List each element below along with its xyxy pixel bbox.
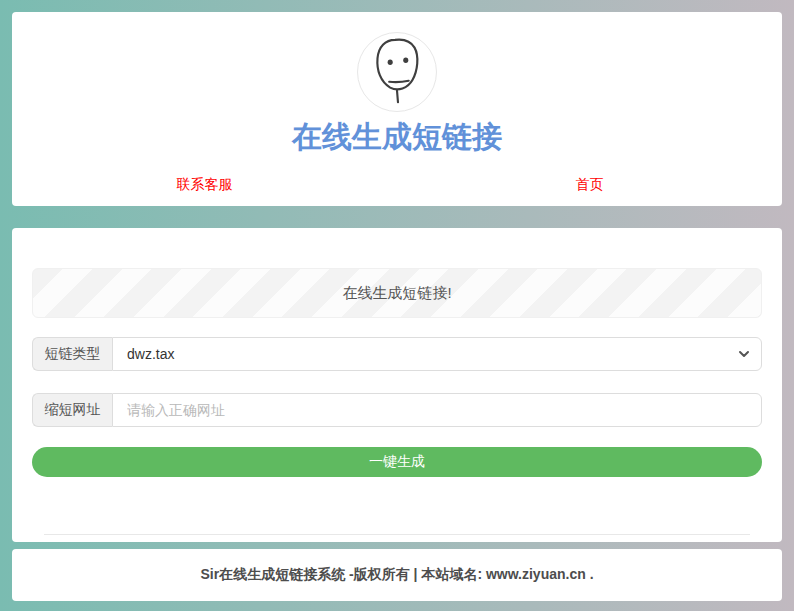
page-title: 在线生成短链接 xyxy=(12,120,782,154)
home-link[interactable]: 首页 xyxy=(576,176,604,192)
pokerface-doodle-icon xyxy=(358,33,436,111)
copyright-text: Sir在线生成短链接系统 -版权所有 | 本站域名: www.ziyuan.cn… xyxy=(200,566,593,584)
short-link-type-row: 短链类型 dwz.tax xyxy=(32,337,762,371)
contact-support-link[interactable]: 联系客服 xyxy=(177,176,233,192)
main-card: 在线生成短链接! 短链类型 dwz.tax 缩短网址 一键生成 xyxy=(12,228,782,542)
divider xyxy=(44,534,750,535)
url-field xyxy=(112,393,762,427)
generate-button[interactable]: 一键生成 xyxy=(32,447,762,477)
short-link-type-field: dwz.tax xyxy=(112,337,762,371)
short-link-type-label: 短链类型 xyxy=(32,337,112,371)
page: 在线生成短链接 联系客服 首页 在线生成短链接! 短链类型 dwz.tax xyxy=(0,0,794,611)
url-row: 缩短网址 xyxy=(32,393,762,427)
short-link-type-select[interactable]: dwz.tax xyxy=(113,338,761,370)
url-label: 缩短网址 xyxy=(32,393,112,427)
notice-banner: 在线生成短链接! xyxy=(32,268,762,318)
header-card: 在线生成短链接 联系客服 首页 xyxy=(12,12,782,206)
notice-banner-text: 在线生成短链接! xyxy=(342,284,451,303)
header-links: 联系客服 首页 xyxy=(12,175,782,194)
footer-card: Sir在线生成短链接系统 -版权所有 | 本站域名: www.ziyuan.cn… xyxy=(12,549,782,601)
avatar xyxy=(357,32,437,112)
url-input[interactable] xyxy=(113,394,761,426)
header-link-col: 联系客服 xyxy=(12,175,397,194)
header-link-col: 首页 xyxy=(397,175,782,194)
